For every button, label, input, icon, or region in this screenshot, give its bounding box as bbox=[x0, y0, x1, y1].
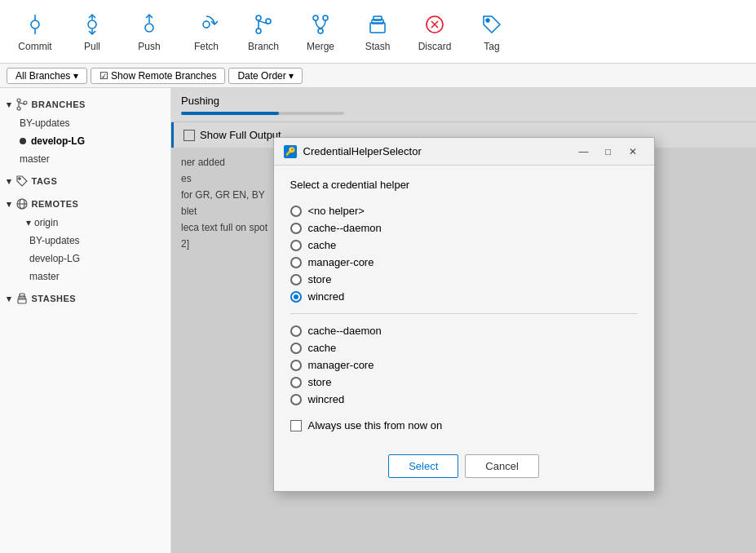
svg-point-22 bbox=[17, 107, 20, 110]
toolbar-pull-label: Pull bbox=[84, 41, 100, 52]
radio-wincred-2-input[interactable] bbox=[290, 394, 302, 405]
radio-cache-1-input[interactable] bbox=[290, 240, 302, 251]
content-area: Pushing Show Full Output ner added es fo… bbox=[171, 88, 756, 553]
radio-cache-daemon-1-input[interactable] bbox=[290, 223, 302, 234]
credential-helper-dialog: 🔑 CredentialHelperSelector — □ ✕ Select … bbox=[273, 137, 655, 492]
radio-cache-1[interactable]: cache bbox=[290, 237, 638, 254]
radio-wincred-1-input[interactable] bbox=[290, 291, 302, 303]
radio-no-helper[interactable]: <no helper> bbox=[290, 202, 638, 219]
sidebar-origin-by-updates[interactable]: BY-updates bbox=[0, 232, 170, 250]
cancel-button[interactable]: Cancel bbox=[465, 454, 538, 478]
sidebar-item-label: BY-updates bbox=[29, 235, 80, 246]
sidebar-item-by-updates[interactable]: BY-updates bbox=[0, 114, 170, 132]
toolbar-tag[interactable]: Tag bbox=[463, 3, 520, 60]
sidebar-origin-master[interactable]: master bbox=[0, 268, 170, 285]
toolbar-fetch[interactable]: Fetch bbox=[178, 3, 235, 60]
modal-overlay: 🔑 CredentialHelperSelector — □ ✕ Select … bbox=[171, 88, 756, 553]
separator bbox=[290, 313, 638, 314]
tags-section-label: TAGS bbox=[32, 176, 58, 186]
svg-point-19 bbox=[486, 19, 489, 22]
dialog-footer: Select Cancel bbox=[274, 445, 654, 491]
tag-icon bbox=[479, 11, 505, 38]
chevron-down-icon: ▾ bbox=[7, 100, 12, 110]
chevron-icon: ▾ bbox=[26, 217, 31, 228]
remotes-section: ▾ REMOTES ▾ origin BY-updates develop-LG… bbox=[0, 194, 170, 285]
toolbar-branch[interactable]: Branch bbox=[235, 3, 292, 60]
radio-manager-core-2[interactable]: manager-core bbox=[290, 356, 638, 374]
show-remote-branches-btn[interactable]: ☑ Show Remote Branches bbox=[91, 68, 226, 84]
dialog-minimize-btn[interactable]: — bbox=[573, 144, 595, 160]
always-use-checkbox[interactable] bbox=[290, 420, 302, 431]
radio-cache-2[interactable]: cache bbox=[290, 339, 638, 356]
radio-no-helper-label: <no helper> bbox=[308, 205, 365, 217]
pull-icon bbox=[79, 11, 105, 38]
radio-manager-core-1[interactable]: manager-core bbox=[290, 254, 638, 271]
dialog-titlebar: 🔑 CredentialHelperSelector — □ ✕ bbox=[274, 138, 654, 166]
svg-point-6 bbox=[256, 15, 261, 20]
stashes-header[interactable]: ▾ STASHES bbox=[0, 289, 170, 308]
toolbar-stash[interactable]: Stash bbox=[349, 3, 406, 60]
radio-manager-core-1-input[interactable] bbox=[290, 257, 302, 268]
branches-header[interactable]: ▾ BRANCHES bbox=[0, 95, 170, 114]
toolbar-commit-label: Commit bbox=[18, 41, 51, 52]
radio-manager-core-2-label: manager-core bbox=[308, 359, 374, 371]
sidebar-item-label: master bbox=[29, 271, 60, 282]
toolbar-discard[interactable]: Discard bbox=[406, 3, 463, 60]
svg-point-12 bbox=[318, 29, 323, 33]
toolbar-push-label: Push bbox=[138, 41, 160, 52]
svg-rect-13 bbox=[370, 23, 385, 33]
dialog-maximize-btn[interactable]: □ bbox=[597, 144, 620, 160]
svg-point-5 bbox=[203, 21, 210, 28]
push-icon bbox=[136, 11, 162, 38]
chevron-icon: ▾ bbox=[7, 199, 12, 210]
all-branches-btn[interactable]: All Branches ▾ bbox=[7, 68, 87, 84]
sidebar: ▾ BRANCHES BY-updates develop-LG master bbox=[0, 88, 171, 553]
radio-manager-core-1-label: manager-core bbox=[308, 256, 374, 268]
select-button[interactable]: Select bbox=[388, 454, 458, 478]
sidebar-item-label: master bbox=[20, 153, 50, 165]
remotes-header[interactable]: ▾ REMOTES bbox=[0, 194, 170, 214]
dialog-body: Select a credential helper <no helper> c… bbox=[274, 166, 654, 445]
date-order-btn[interactable]: Date Order ▾ bbox=[228, 68, 303, 84]
radio-wincred-2[interactable]: wincred bbox=[290, 391, 638, 408]
branches-section-label: BRANCHES bbox=[32, 100, 86, 109]
radio-store-2[interactable]: store bbox=[290, 374, 638, 391]
sidebar-origin-develop-lg[interactable]: develop-LG bbox=[0, 250, 170, 268]
stashes-icon bbox=[15, 292, 29, 305]
radio-no-helper-input[interactable] bbox=[290, 206, 302, 217]
dialog-prompt: Select a credential helper bbox=[290, 179, 638, 191]
radio-cache-daemon-2[interactable]: cache--daemon bbox=[290, 322, 638, 339]
tags-icon bbox=[15, 175, 29, 188]
radio-cache-daemon-1[interactable]: cache--daemon bbox=[290, 219, 638, 237]
toolbar-commit[interactable]: Commit bbox=[7, 3, 64, 60]
radio-cache-daemon-2-input[interactable] bbox=[290, 325, 302, 337]
toolbar-branch-label: Branch bbox=[248, 41, 279, 52]
chevron-icon: ▾ bbox=[7, 176, 12, 187]
toolbar-push[interactable]: Push bbox=[121, 3, 178, 60]
radio-wincred-1[interactable]: wincred bbox=[290, 288, 638, 305]
sidebar-item-label: develop-LG bbox=[29, 253, 80, 264]
tags-header[interactable]: ▾ TAGS bbox=[0, 171, 170, 191]
merge-icon bbox=[307, 11, 334, 38]
toolbar-pull[interactable]: Pull bbox=[64, 3, 121, 60]
toolbar-merge[interactable]: Merge bbox=[292, 3, 349, 60]
fetch-icon bbox=[193, 11, 219, 38]
svg-point-3 bbox=[88, 20, 96, 29]
radio-store-1-input[interactable] bbox=[290, 274, 302, 285]
svg-rect-15 bbox=[374, 16, 382, 20]
always-use-row: Always use this from now on bbox=[290, 419, 638, 431]
remotes-icon bbox=[15, 197, 29, 210]
sub-toolbar: All Branches ▾ ☑ Show Remote Branches Da… bbox=[0, 64, 756, 88]
radio-manager-core-2-input[interactable] bbox=[290, 360, 302, 371]
sidebar-item-develop-lg[interactable]: develop-LG bbox=[0, 132, 170, 150]
sidebar-item-label: BY-updates bbox=[20, 117, 70, 129]
sidebar-origin[interactable]: ▾ origin bbox=[0, 214, 170, 232]
radio-store-1[interactable]: store bbox=[290, 271, 638, 288]
sidebar-item-master[interactable]: master bbox=[0, 150, 170, 168]
dialog-app-icon: 🔑 bbox=[284, 145, 297, 158]
radio-cache-2-input[interactable] bbox=[290, 343, 302, 354]
tags-section: ▾ TAGS bbox=[0, 171, 170, 191]
radio-store-2-input[interactable] bbox=[290, 377, 302, 388]
toolbar-stash-label: Stash bbox=[365, 41, 391, 52]
dialog-close-btn[interactable]: ✕ bbox=[621, 144, 644, 160]
